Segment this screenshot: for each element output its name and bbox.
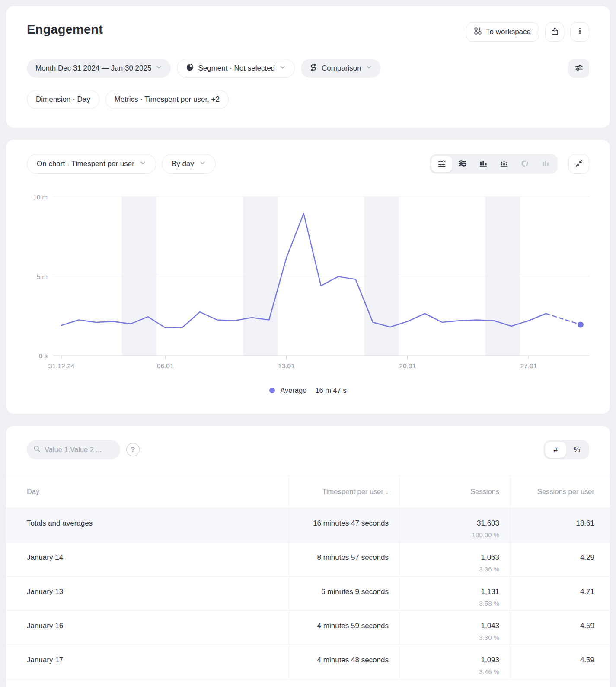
on-chart-metric-dropdown[interactable]: On chart · Timespent per user (27, 154, 156, 174)
series-endpoint-dot (578, 321, 584, 327)
kebab-menu-icon (576, 27, 584, 37)
y-axis-labels: 10 m5 m0 s (27, 194, 53, 359)
donut-chart-icon (521, 160, 529, 169)
row-timespent-cell: 4 minutes 48 seconds (289, 645, 399, 679)
chevron-down-icon (140, 160, 146, 168)
segment-filter-label: Segment · Not selected (198, 64, 275, 73)
row-timespent-cell: 8 minutes 57 seconds (289, 543, 399, 576)
page: Engagement To workspace (0, 0, 616, 687)
search-icon (33, 445, 41, 454)
row-sessions-cell: 1,093 3.46 % (399, 645, 510, 679)
question-mark-icon: ? (131, 446, 135, 454)
numbers-mode-button[interactable]: # (545, 442, 566, 458)
segment-filter-chip[interactable]: Segment · Not selected (177, 59, 295, 78)
column-header-sessions[interactable]: Sessions (399, 475, 510, 508)
table-row[interactable]: January 14 8 minutes 57 seconds 1,063 3.… (6, 542, 610, 576)
timeseries-chart[interactable]: 10 m5 m0 s 31.12.2406.0113.0120.0127.01 (27, 194, 589, 359)
row-sessions-cell: 1,043 3.30 % (399, 611, 510, 645)
row-sessions-per-user-cell: 4.59 (510, 611, 610, 645)
row-day-cell: January 17 (6, 645, 289, 679)
row-sessions-percent: 100.00 % (399, 531, 499, 539)
row-sessions-per-user-cell: 4.29 (510, 543, 610, 576)
x-axis-tick-label: 06.01 (157, 362, 174, 370)
stacked-area-chart-icon (459, 160, 466, 169)
chart-type-columns-button[interactable] (535, 156, 556, 172)
metrics-filter-chip[interactable]: Metrics · Timespent per user, +2 (105, 90, 229, 109)
share-button[interactable] (545, 22, 564, 42)
chart-type-area-button[interactable] (452, 156, 473, 172)
table-row[interactable]: January 16 4 minutes 59 seconds 1,043 3.… (6, 610, 610, 645)
chevron-down-icon (199, 160, 206, 168)
column-header-sessions-per-user[interactable]: Sessions per user (510, 475, 610, 508)
y-axis-tick-label: 0 s (39, 352, 48, 360)
report-table: Day Timespent per user ↓ Sessions Sessio… (6, 475, 610, 687)
on-chart-metric-label: On chart · Timespent per user (37, 160, 134, 168)
x-axis-tick-label: 27.01 (520, 362, 537, 370)
percent-mode-button[interactable]: % (566, 442, 587, 458)
report-settings-button[interactable] (568, 59, 589, 78)
stacked-bar-chart-icon (500, 160, 508, 169)
metrics-filter-label: Metrics · Timespent per user, +2 (115, 95, 220, 104)
chart-type-bars-button[interactable] (473, 156, 494, 172)
line-chart-icon (438, 160, 446, 169)
collapse-arrows-icon (575, 160, 583, 168)
comparison-swap-icon (310, 64, 317, 74)
period-filter-chip[interactable]: Month Dec 31 2024 — Jan 30 2025 (27, 59, 171, 78)
table-row[interactable]: January 13 6 minutes 9 seconds 1,131 3.5… (6, 576, 610, 610)
row-day-cell: Totals and averages (6, 508, 289, 542)
table-body: Totals and averages 16 minutes 47 second… (6, 508, 610, 679)
chevron-down-icon (366, 64, 372, 73)
table-search (27, 440, 120, 459)
table-row[interactable]: January 17 4 minutes 48 seconds 1,093 3.… (6, 645, 610, 679)
row-sessions-cell: 31,603 100.00 % (399, 508, 510, 542)
row-sessions-percent: 3.36 % (399, 565, 499, 573)
column-header-day[interactable]: Day (6, 475, 289, 508)
table-row-totals[interactable]: Totals and averages 16 minutes 47 second… (6, 508, 610, 542)
legend-series-dot (269, 388, 275, 393)
x-axis-tick-label: 13.01 (278, 362, 295, 370)
legend-series-value: 16 m 47 s (315, 386, 346, 395)
row-sessions-cell: 1,063 3.36 % (399, 543, 510, 576)
row-sessions-percent: 3.58 % (399, 600, 499, 607)
chart-type-switcher (430, 154, 558, 174)
chevron-down-icon (156, 64, 162, 73)
sort-descending-icon: ↓ (386, 488, 389, 495)
y-axis-tick-label: 10 m (33, 193, 48, 201)
series-line-dashed (546, 314, 581, 325)
help-button[interactable]: ? (126, 443, 140, 456)
x-axis-labels: 31.12.2406.0113.0120.0127.01 (53, 362, 589, 373)
row-sessions-per-user-cell: 4.59 (510, 645, 610, 679)
granularity-dropdown[interactable]: By day (162, 154, 216, 174)
table-header-row: Day Timespent per user ↓ Sessions Sessio… (6, 475, 610, 508)
bar-chart-icon (479, 160, 487, 169)
chart-type-stacked-bars-button[interactable] (494, 156, 514, 172)
collapse-chart-button[interactable] (568, 154, 589, 174)
chart-type-donut-button[interactable] (514, 156, 535, 172)
sliders-icon (575, 64, 583, 73)
chevron-down-icon (279, 64, 286, 73)
column-header-timespent[interactable]: Timespent per user ↓ (289, 475, 399, 508)
dimension-filter-label: Dimension · Day (36, 95, 90, 104)
row-sessions-percent: 3.46 % (399, 668, 499, 675)
table-row-partial (6, 679, 610, 687)
row-sessions-per-user-cell: 18.61 (510, 508, 610, 542)
legend-series-name: Average (280, 386, 306, 395)
to-workspace-button[interactable]: To workspace (466, 22, 539, 42)
comparison-filter-label: Comparison (322, 64, 361, 73)
more-menu-button[interactable] (570, 22, 589, 42)
granularity-label: By day (172, 160, 194, 168)
chart-plot-area: 31.12.2406.0113.0120.0127.01 (53, 194, 589, 359)
chart-type-line-button[interactable] (431, 156, 452, 172)
chart-card: On chart · Timespent per user By day (6, 140, 610, 414)
row-day-cell: January 14 (6, 543, 289, 576)
columns-chart-icon (542, 160, 549, 169)
to-workspace-label: To workspace (486, 28, 531, 36)
table-card: ? # % Day Timespent per user ↓ Sessions (6, 426, 610, 687)
y-axis-tick-label: 5 m (37, 273, 48, 280)
row-sessions-per-user-cell: 4.71 (510, 577, 610, 610)
comparison-filter-chip[interactable]: Comparison (301, 59, 381, 78)
search-input[interactable] (45, 446, 114, 454)
x-axis-tick-label: 31.12.24 (48, 362, 74, 370)
dimension-filter-chip[interactable]: Dimension · Day (27, 90, 99, 109)
number-percent-toggle: # % (543, 440, 589, 459)
